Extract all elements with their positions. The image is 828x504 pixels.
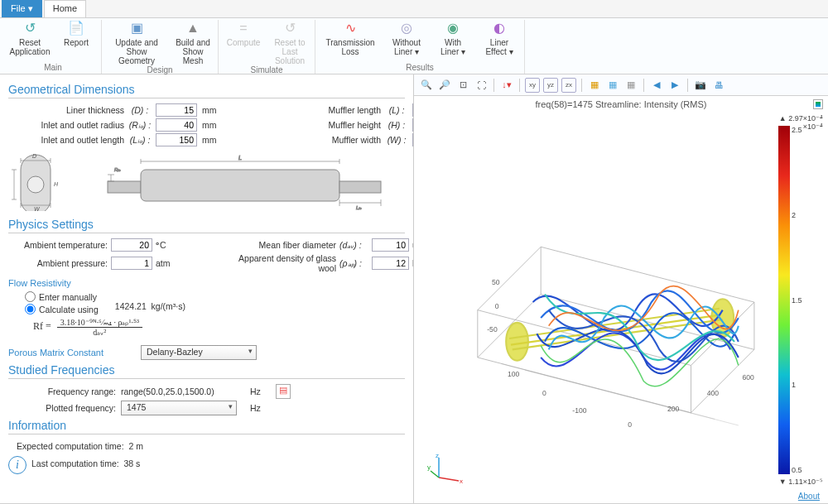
select-icon[interactable]: ◀: [649, 78, 664, 93]
view-xy-icon[interactable]: xy: [525, 78, 540, 93]
geom-label-1b: Muffler height: [282, 120, 381, 130]
phys-input-1b[interactable]: [372, 257, 409, 270]
report[interactable]: 📄Report: [56, 20, 96, 63]
svg-rect-5: [141, 170, 339, 201]
phys-input-0b[interactable]: [372, 238, 409, 252]
flow-title: Flow Resistivity: [8, 278, 405, 288]
svg-line-22: [439, 478, 459, 481]
colorbar-tick: 2.5: [792, 126, 802, 134]
graphics-toolbar: 🔍 🔎 ⊡ ⛶ ↓▾ xy yz zx ▦ ▦ ▦ ◀ ▶ 📷 🖶: [414, 74, 828, 96]
svg-text:0: 0: [495, 302, 499, 310]
snapshot-icon[interactable]: 📷: [693, 78, 708, 93]
scene-light-icon[interactable]: ▦: [587, 78, 602, 93]
radio-manual[interactable]: Enter manually: [25, 291, 99, 302]
without-liner-icon: ◎: [398, 20, 415, 36]
view-zx-icon[interactable]: zx: [561, 78, 576, 93]
colorbar-tick: 0.5: [792, 466, 802, 474]
radio-calculate[interactable]: Calculate using: [25, 304, 99, 314]
axis-triad: x z y: [427, 453, 464, 491]
phys-label-1b: Apparent density of glass wool: [220, 253, 336, 273]
with-liner-icon: ◉: [445, 20, 461, 36]
geom-input-1a[interactable]: [156, 118, 197, 132]
freq-edit-button[interactable]: ▤: [276, 384, 291, 399]
without-liner[interactable]: ◎WithoutLiner ▾: [387, 20, 426, 63]
reset-app[interactable]: ↺ResetApplication: [10, 20, 50, 63]
trans-loss-icon: ∿: [342, 20, 359, 36]
liner-effect-icon: ◐: [491, 20, 508, 36]
plot-3d: 500-50 1000-100 0200400600: [422, 113, 770, 460]
rotate-icon[interactable]: ↓▾: [499, 78, 514, 93]
geom-label-2a: Inlet and outlet length: [8, 135, 124, 145]
zoom-box-icon[interactable]: ⊡: [455, 78, 470, 93]
trans-loss[interactable]: ∿TransmissionLoss: [320, 20, 380, 63]
phys-label-0b: Mean fiber diameter: [220, 240, 336, 250]
reset-last-icon: ↺: [282, 20, 298, 36]
flow-value: 1424.21: [115, 301, 147, 311]
colorbar-tick: 1.5: [792, 296, 802, 305]
svg-text:H: H: [54, 181, 59, 187]
plot-area[interactable]: freq(58)=1475 Streamline: Intensity (RMS…: [414, 96, 828, 504]
print-icon[interactable]: 🖶: [711, 78, 726, 93]
zoom-extents-icon[interactable]: ⛶: [474, 78, 489, 93]
freq-range-label: Frequency range:: [8, 386, 116, 396]
physics-title: Physics Settings: [8, 218, 405, 233]
plotted-freq-unit: Hz: [250, 403, 271, 413]
svg-text:Lᵢₒ: Lᵢₒ: [356, 205, 362, 210]
geom-input-0a[interactable]: [156, 103, 197, 117]
svg-text:L: L: [238, 155, 242, 161]
svg-rect-6: [339, 181, 381, 193]
info-title: Information: [8, 419, 405, 434]
svg-line-26: [431, 471, 439, 478]
legend-icon[interactable]: [813, 99, 823, 109]
svg-rect-4: [108, 181, 141, 193]
geom-input-2a[interactable]: [156, 133, 197, 146]
geom-title: Geometrical Dimensions: [8, 83, 405, 98]
svg-text:400: 400: [707, 389, 720, 397]
about-link[interactable]: About: [798, 492, 820, 501]
build-mesh-icon: ▲: [185, 20, 201, 36]
with-liner[interactable]: ◉WithLiner ▾: [433, 20, 473, 63]
reset-last: ↺Reset to LastSolution: [270, 20, 310, 65]
plotted-freq-combo[interactable]: 1475: [121, 401, 237, 415]
transparency-icon[interactable]: ▦: [605, 78, 620, 93]
svg-point-0: [27, 176, 44, 193]
reset-app-icon: ↺: [22, 20, 38, 36]
info-icon: i: [8, 456, 26, 474]
info-last-label: Last computation time:: [31, 458, 119, 468]
compute: =Compute: [224, 20, 263, 65]
colorbar: [778, 126, 790, 474]
porous-combo[interactable]: Delany-Bazley: [141, 345, 257, 360]
view-yz-icon[interactable]: yz: [543, 78, 558, 93]
liner-effect[interactable]: ◐LinerEffect ▾: [479, 20, 519, 63]
phys-input-0a[interactable]: [111, 238, 152, 252]
svg-text:-50: -50: [487, 325, 498, 334]
phys-label-1a: Ambient pressure:: [8, 258, 108, 268]
geom-label-1a: Inlet and outlet radius: [8, 120, 124, 130]
update-geom[interactable]: ▣Update and ShowGeometry: [107, 20, 166, 65]
freq-range-unit: Hz: [250, 386, 271, 396]
phys-input-1a[interactable]: [111, 257, 152, 270]
compute-icon: =: [235, 20, 252, 36]
zoom-out-icon[interactable]: 🔎: [437, 78, 452, 93]
colorbar-min: ▼ 1.11×10⁻⁵: [779, 478, 823, 486]
file-tab[interactable]: File ▾: [2, 0, 42, 17]
svg-text:200: 200: [667, 405, 680, 413]
flow-unit: kg/(m³·s): [152, 301, 185, 311]
info-expected-label: Expected computation time:: [17, 441, 124, 451]
svg-text:-100: -100: [572, 406, 586, 415]
zoom-in-icon[interactable]: 🔍: [419, 78, 434, 93]
phys-label-0a: Ambient temperature:: [8, 240, 108, 250]
report-icon: 📄: [68, 20, 84, 36]
deselect-icon[interactable]: ▶: [667, 78, 682, 93]
svg-text:0: 0: [542, 389, 546, 397]
plot-title: freq(58)=1475 Streamline: Intensity (RMS…: [414, 99, 828, 109]
freq-title: Studied Frequencies: [8, 363, 405, 379]
muffler-schematic: D H W L Rᵢₒ Lᵢₒ: [8, 151, 406, 211]
home-tab[interactable]: Home: [44, 0, 86, 17]
svg-text:D: D: [32, 153, 36, 159]
build-mesh[interactable]: ▲Build andShow Mesh: [173, 20, 213, 65]
svg-text:x: x: [460, 478, 463, 485]
wireframe-icon[interactable]: ▦: [623, 78, 638, 93]
svg-text:0: 0: [628, 420, 632, 429]
svg-text:50: 50: [492, 278, 500, 286]
